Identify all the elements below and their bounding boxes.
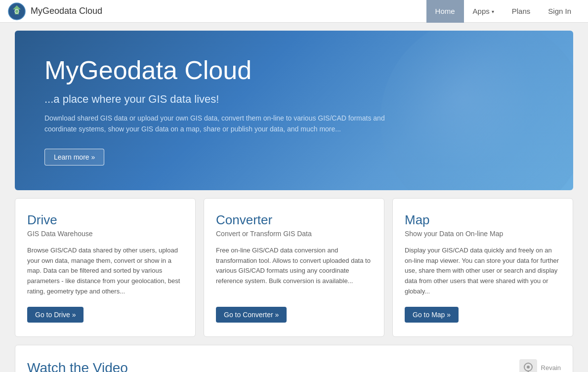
converter-card-title: Converter <box>216 212 372 228</box>
drive-card-title: Drive <box>27 212 183 228</box>
cards-section: Drive GIS Data Warehouse Browse GIS/CAD … <box>15 198 573 337</box>
drive-card-subtitle: GIS Data Warehouse <box>27 230 183 238</box>
nav-menu: Home Apps ▾ Plans Sign In <box>426 0 580 23</box>
nav-apps[interactable]: Apps ▾ <box>464 0 503 23</box>
nav-home[interactable]: Home <box>426 0 464 23</box>
drive-card-body: Browse GIS/CAD data shared by other user… <box>27 246 183 297</box>
converter-card: Converter Convert or Transform GIS Data … <box>204 198 384 337</box>
brand: MyGeodata Cloud <box>8 2 426 20</box>
brand-logo-icon <box>8 2 26 20</box>
brand-title: MyGeodata Cloud <box>31 6 102 16</box>
nav-plans[interactable]: Plans <box>503 0 540 23</box>
nav-apps-label: Apps <box>473 7 490 15</box>
svg-point-4 <box>527 366 530 369</box>
video-section: Watch the Video Revain <box>15 345 573 372</box>
map-card: Map Show your Data on On-line Map Displa… <box>392 198 573 337</box>
map-card-subtitle: Show your Data on On-line Map <box>405 230 561 238</box>
revain-branding: Revain <box>519 359 561 372</box>
hero-title: MyGeodata Cloud <box>44 55 544 85</box>
nav-signin[interactable]: Sign In <box>539 0 580 23</box>
hero-banner: MyGeodata Cloud ...a place where your GI… <box>15 31 573 190</box>
converter-card-body: Free on-line GIS/CAD data conversion and… <box>216 246 372 297</box>
converter-card-subtitle: Convert or Transform GIS Data <box>216 230 372 238</box>
map-card-title: Map <box>405 212 561 228</box>
go-to-converter-button[interactable]: Go to Converter » <box>216 307 287 323</box>
go-to-map-button[interactable]: Go to Map » <box>405 307 459 323</box>
learn-more-button[interactable]: Learn more » <box>44 149 104 165</box>
hero-globe-decoration <box>380 31 573 190</box>
page-wrapper: MyGeodata Cloud ...a place where your GI… <box>0 31 588 372</box>
revain-icon <box>519 359 537 372</box>
map-card-body: Display your GIS/CAD data quickly and fr… <box>405 246 561 297</box>
revain-label: Revain <box>541 364 561 372</box>
drive-card: Drive GIS Data Warehouse Browse GIS/CAD … <box>15 198 196 337</box>
video-section-title: Watch the Video <box>27 360 128 372</box>
go-to-drive-button[interactable]: Go to Drive » <box>27 307 84 323</box>
chevron-down-icon: ▾ <box>492 9 494 14</box>
hero-description: Download shared GIS data or upload your … <box>44 113 390 135</box>
navbar: MyGeodata Cloud Home Apps ▾ Plans Sign I… <box>0 0 588 23</box>
hero-subtitle: ...a place where your GIS data lives! <box>44 93 544 106</box>
